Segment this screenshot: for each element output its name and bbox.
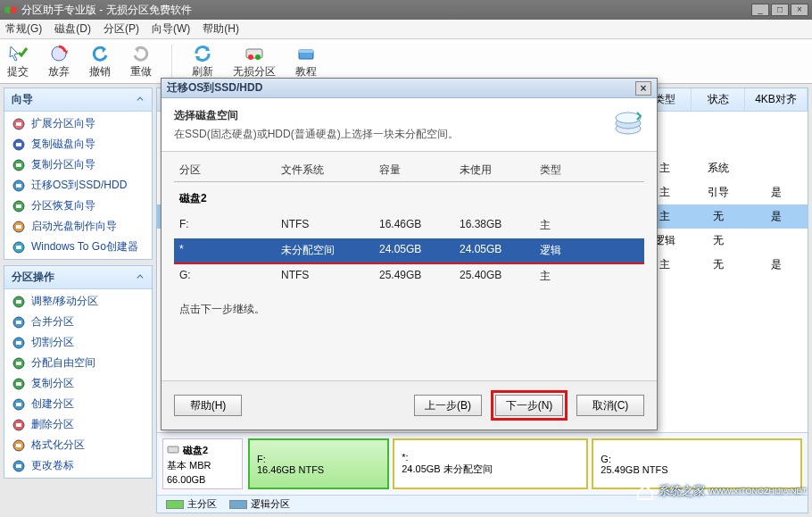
col-partition[interactable]: 分区 bbox=[174, 163, 281, 178]
cell-partition: * bbox=[174, 243, 281, 258]
col-status[interactable]: 状态 bbox=[692, 88, 745, 111]
toolbar-separator bbox=[171, 45, 172, 79]
nav-icon bbox=[12, 240, 26, 254]
next-button[interactable]: 下一步(N) bbox=[495, 395, 563, 416]
wizard-item[interactable]: Windows To Go创建器 bbox=[4, 237, 152, 257]
collapse-icon[interactable] bbox=[137, 96, 143, 103]
cell-partition: G: bbox=[174, 269, 281, 284]
wizard-item[interactable]: 复制磁盘向导 bbox=[4, 134, 152, 154]
ops-item[interactable]: 合并分区 bbox=[4, 312, 152, 332]
nav-label: 删除分区 bbox=[31, 417, 74, 432]
legend-primary-swatch bbox=[166, 500, 184, 509]
wizard-item[interactable]: 分区恢复向导 bbox=[4, 196, 152, 216]
cell-free: 24.05GB bbox=[460, 243, 540, 258]
legend-logical-swatch bbox=[229, 500, 247, 509]
svg-rect-11 bbox=[16, 143, 21, 146]
cell-partition: F: bbox=[174, 218, 281, 233]
menu-help[interactable]: 帮助(H) bbox=[203, 21, 239, 37]
col-free[interactable]: 未使用 bbox=[460, 163, 540, 178]
disk-size: 66.00GB bbox=[167, 474, 238, 485]
wizard-item[interactable]: 扩展分区向导 bbox=[4, 113, 152, 134]
refresh-icon bbox=[192, 43, 213, 64]
redo-button[interactable]: 重做 bbox=[130, 43, 152, 79]
cell-status: 引导 bbox=[692, 183, 745, 202]
commit-button[interactable]: 提交 bbox=[7, 43, 29, 79]
wizard-item[interactable]: 迁移OS到SSD/HDD bbox=[4, 175, 152, 196]
col-filesystem[interactable]: 文件系统 bbox=[281, 163, 379, 178]
disk-wizard-icon bbox=[612, 107, 644, 142]
svg-rect-7 bbox=[299, 50, 313, 53]
partition-icon bbox=[244, 43, 265, 64]
partition-block[interactable]: F: 16.46GB NTFS bbox=[248, 438, 389, 489]
menu-wizard[interactable]: 向导(W) bbox=[152, 21, 190, 37]
ops-item[interactable]: 切割分区 bbox=[4, 332, 152, 353]
svg-rect-17 bbox=[16, 204, 21, 208]
discard-label: 放弃 bbox=[48, 64, 70, 79]
menu-general[interactable]: 常规(G) bbox=[5, 21, 42, 37]
dialog-subheading: 在SSD(固态硬盘)或HDD(普通硬盘)上选择一块未分配空间。 bbox=[174, 127, 612, 142]
wizard-item[interactable]: 启动光盘制作向导 bbox=[4, 216, 152, 237]
partition-label: *: bbox=[402, 452, 579, 463]
ops-item[interactable]: 创建分区 bbox=[4, 394, 152, 414]
ops-panel-title: 分区操作 bbox=[12, 270, 54, 285]
col-align[interactable]: 4KB对齐 bbox=[745, 88, 808, 111]
tutorial-button[interactable]: 教程 bbox=[295, 43, 317, 79]
collapse-icon[interactable] bbox=[137, 274, 143, 280]
disk-info[interactable]: 磁盘2 基本 MBR 66.00GB bbox=[162, 438, 243, 489]
refresh-button[interactable]: 刷新 bbox=[192, 43, 213, 79]
cell-cap: 16.46GB bbox=[379, 218, 460, 233]
maximize-button[interactable]: □ bbox=[771, 4, 789, 16]
nav-icon bbox=[12, 179, 26, 193]
wizard-item[interactable]: 复制分区向导 bbox=[4, 154, 152, 175]
help-button[interactable]: 帮助(H) bbox=[174, 395, 242, 416]
ops-item[interactable]: 格式化分区 bbox=[4, 435, 152, 455]
minimize-button[interactable]: _ bbox=[751, 4, 769, 16]
partition-label: G: bbox=[601, 454, 793, 464]
cell-align bbox=[745, 159, 808, 178]
dialog-disk-label: 磁盘2 bbox=[174, 182, 644, 213]
nav-icon bbox=[12, 377, 26, 391]
nav-label: 切割分区 bbox=[31, 335, 74, 350]
cell-fs: 未分配空间 bbox=[281, 243, 379, 258]
ops-panel: 分区操作 调整/移动分区合并分区切割分区分配自由空间复制分区创建分区删除分区格式… bbox=[4, 265, 153, 479]
col-type[interactable]: 类型 bbox=[540, 163, 644, 178]
app-icon bbox=[4, 3, 18, 17]
cell-align bbox=[745, 231, 808, 250]
menu-partition[interactable]: 分区(P) bbox=[104, 21, 139, 37]
close-button[interactable]: × bbox=[791, 4, 808, 16]
disk-title: 磁盘2 bbox=[183, 444, 208, 457]
dialog-close-button[interactable]: × bbox=[635, 81, 651, 96]
ops-item[interactable]: 分配自由空间 bbox=[4, 353, 152, 373]
back-button[interactable]: 上一步(B) bbox=[414, 395, 482, 416]
dialog-row[interactable]: F: NTFS 16.46GB 16.38GB 主 bbox=[174, 213, 644, 238]
nav-label: Windows To Go创建器 bbox=[31, 239, 138, 254]
nav-icon bbox=[12, 397, 26, 412]
svg-rect-39 bbox=[16, 464, 21, 468]
nav-icon bbox=[12, 459, 26, 473]
svg-point-43 bbox=[616, 113, 641, 123]
nav-icon bbox=[12, 158, 26, 172]
undo-label: 撤销 bbox=[89, 64, 111, 79]
discard-button[interactable]: 放弃 bbox=[48, 43, 70, 79]
menu-disk[interactable]: 磁盘(D) bbox=[54, 21, 91, 37]
svg-rect-31 bbox=[16, 382, 21, 386]
dialog-row[interactable]: G: NTFS 25.49GB 25.40GB 主 bbox=[174, 264, 644, 289]
lossless-button[interactable]: 无损分区 bbox=[233, 43, 276, 79]
undo-button[interactable]: 撤销 bbox=[89, 43, 111, 79]
commit-label: 提交 bbox=[7, 64, 29, 79]
dialog-row[interactable]: * 未分配空间 24.05GB 24.05GB 逻辑 bbox=[174, 238, 644, 263]
wizard-panel: 向导 扩展分区向导复制磁盘向导复制分区向导迁移OS到SSD/HDD分区恢复向导启… bbox=[4, 88, 153, 260]
cell-type: 主 bbox=[540, 269, 644, 284]
ops-item[interactable]: 删除分区 bbox=[4, 414, 152, 435]
col-capacity[interactable]: 容量 bbox=[379, 163, 460, 178]
cell-type: 逻辑 bbox=[540, 243, 644, 258]
nav-icon bbox=[12, 295, 26, 309]
cancel-button[interactable]: 取消(C) bbox=[576, 395, 644, 416]
ops-item[interactable]: 复制分区 bbox=[4, 373, 152, 394]
partition-block[interactable]: G: 25.49GB NTFS bbox=[592, 438, 802, 489]
ops-item[interactable]: 更改卷标 bbox=[4, 455, 152, 476]
ops-item[interactable]: 调整/移动分区 bbox=[4, 291, 152, 312]
partition-block[interactable]: *: 24.05GB 未分配空间 bbox=[393, 438, 588, 489]
migrate-os-dialog: 迁移OS到SSD/HDD × 选择磁盘空间 在SSD(固态硬盘)或HDD(普通硬… bbox=[161, 78, 658, 430]
cell-fs: NTFS bbox=[281, 269, 379, 284]
